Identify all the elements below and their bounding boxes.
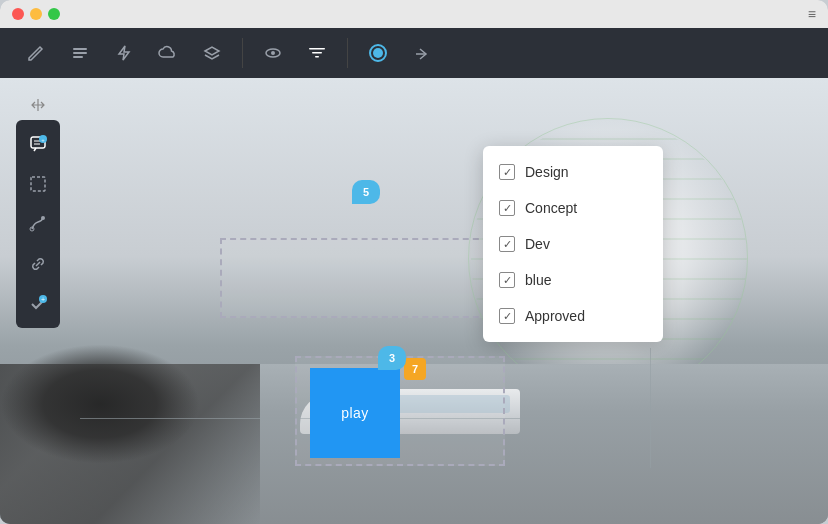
comment-tool[interactable]: +: [20, 126, 56, 162]
filter-item-design[interactable]: ✓ Design: [483, 154, 663, 190]
svg-rect-0: [73, 48, 87, 50]
share-icon[interactable]: [402, 33, 442, 73]
selection-tool[interactable]: [20, 166, 56, 202]
filter-label-approved: Approved: [525, 308, 585, 324]
checkbox-dev[interactable]: ✓: [499, 236, 515, 252]
filter-dropdown: ✓ Design ✓ Concept ✓ Dev ✓ blue ✓ Approv…: [483, 146, 663, 342]
draw-tool[interactable]: [20, 206, 56, 242]
circle-status-icon[interactable]: [358, 33, 398, 73]
filter-icon[interactable]: [297, 33, 337, 73]
layers-icon[interactable]: [192, 33, 232, 73]
debris: [0, 344, 200, 464]
svg-text:+: +: [41, 137, 45, 143]
checkbox-concept[interactable]: ✓: [499, 200, 515, 216]
minimize-button[interactable]: [30, 8, 42, 20]
close-button[interactable]: [12, 8, 24, 20]
cloud-icon[interactable]: [148, 33, 188, 73]
svg-rect-2: [73, 56, 83, 58]
filter-label-concept: Concept: [525, 200, 577, 216]
left-sidebar: +: [16, 90, 60, 328]
lightning-icon[interactable]: [104, 33, 144, 73]
badge-5[interactable]: 5: [352, 180, 380, 204]
filter-item-concept[interactable]: ✓ Concept: [483, 190, 663, 226]
svg-rect-29: [31, 177, 45, 191]
sidebar-panel: +: [16, 120, 60, 328]
badge-3[interactable]: 3: [378, 346, 406, 370]
checkbox-blue[interactable]: ✓: [499, 272, 515, 288]
filter-item-approved[interactable]: ✓ Approved: [483, 298, 663, 334]
link-tool[interactable]: [20, 246, 56, 282]
pencil-icon[interactable]: [16, 33, 56, 73]
canvas-area: +: [0, 78, 828, 524]
checkbox-design[interactable]: ✓: [499, 164, 515, 180]
badge-7[interactable]: 7: [404, 358, 426, 380]
play-box[interactable]: play: [310, 368, 400, 458]
title-bar: ≡: [0, 0, 828, 28]
separator-2: [347, 38, 348, 68]
play-label: play: [341, 405, 369, 421]
svg-point-9: [373, 48, 383, 58]
svg-text:+: +: [41, 296, 45, 303]
filter-item-blue[interactable]: ✓ blue: [483, 262, 663, 298]
svg-rect-5: [309, 48, 325, 50]
svg-rect-7: [315, 56, 319, 58]
filter-label-blue: blue: [525, 272, 551, 288]
filter-label-design: Design: [525, 164, 569, 180]
v-line: [650, 348, 651, 468]
filter-label-dev: Dev: [525, 236, 550, 252]
eye-icon[interactable]: [253, 33, 293, 73]
maximize-button[interactable]: [48, 8, 60, 20]
toolbar: [0, 28, 828, 78]
svg-rect-6: [312, 52, 322, 54]
separator-1: [242, 38, 243, 68]
svg-point-30: [41, 216, 45, 220]
menu-icon[interactable]: ≡: [808, 6, 816, 22]
svg-point-4: [271, 51, 275, 55]
traffic-lights: [12, 8, 60, 20]
list-icon[interactable]: [60, 33, 100, 73]
move-handle[interactable]: [16, 90, 60, 120]
approve-tool[interactable]: +: [20, 286, 56, 322]
svg-rect-1: [73, 52, 87, 54]
checkbox-approved[interactable]: ✓: [499, 308, 515, 324]
filter-item-dev[interactable]: ✓ Dev: [483, 226, 663, 262]
